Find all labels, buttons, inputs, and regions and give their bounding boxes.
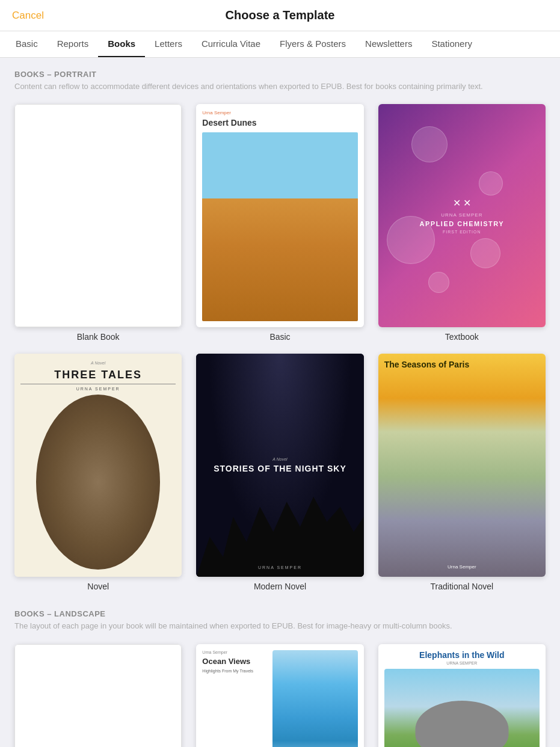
modern-author: URNA SEMPER	[196, 565, 363, 570]
bubble-2	[479, 171, 503, 195]
tab-letters[interactable]: Letters	[145, 31, 192, 57]
portrait-section-desc: Content can reflow to accommodate differ…	[14, 81, 546, 92]
bubble-4	[470, 238, 500, 268]
bubble-1	[411, 126, 448, 162]
bubble-5	[428, 272, 449, 293]
tab-reports[interactable]: Reports	[48, 31, 99, 57]
elephants-cover: Elephants in the Wild URNA SEMPER	[378, 644, 546, 747]
textbook-edition: First Edition	[420, 230, 505, 234]
traditional-author-box: Urna Semper	[378, 564, 546, 570]
blank-landscape-bg	[14, 644, 182, 747]
template-basic-landscape[interactable]: Urna Semper Ocean Views Highlights From …	[196, 644, 363, 747]
textbook-title: Applied Chemistry	[420, 220, 505, 227]
textbook-icon: ✕ ✕	[420, 197, 505, 209]
elephant-silhouette	[415, 701, 508, 747]
novel-cover-bg: A Novel THREE TALES URNA SEMPER	[14, 354, 182, 577]
content-area: BOOKS – PORTRAIT Content can reflow to a…	[0, 58, 560, 747]
traditional-author: Urna Semper	[378, 564, 546, 570]
novel-subtitle: A Novel	[91, 361, 105, 365]
modern-novel-cover-bg: A Novel STORIES OF THE NIGHT SKY URNA SE…	[196, 354, 363, 577]
template-textbook-portrait[interactable]: ✕ ✕ Urna Semper Applied Chemistry First …	[378, 104, 546, 342]
modern-subtitle: A Novel	[214, 457, 346, 461]
tab-flyers[interactable]: Flyers & Posters	[270, 31, 355, 57]
template-name-blank-book-portrait: Blank Book	[77, 332, 120, 342]
traditional-cover-bg: The Seasons of Paris Urna Semper	[378, 354, 546, 577]
template-novel-portrait[interactable]: A Novel THREE TALES URNA SEMPER Novel	[14, 354, 182, 591]
page-title: Choose a Template	[226, 8, 335, 22]
nav-tabs: Basic Reports Books Letters Curricula Vi…	[0, 31, 560, 58]
desert-title: Desert Dunes	[202, 118, 357, 128]
desert-image	[202, 132, 357, 321]
novel-author: URNA SEMPER	[76, 387, 120, 391]
ocean-desc: Highlights From My Travels	[202, 668, 267, 674]
elephants-author: URNA SEMPER	[384, 661, 540, 665]
tab-curricula[interactable]: Curricula Vitae	[192, 31, 270, 57]
textbook-cover-bg: ✕ ✕ Urna Semper Applied Chemistry First …	[378, 104, 546, 327]
template-name-basic-portrait: Basic	[269, 332, 290, 342]
header: Cancel Choose a Template	[0, 0, 560, 31]
desert-cover: Urna Semper Desert Dunes	[196, 104, 363, 327]
traditional-bg-image	[378, 354, 546, 577]
blank-landscape-cover	[14, 644, 182, 747]
template-name-modern-novel: Modern Novel	[254, 582, 306, 591]
template-modern-novel-portrait[interactable]: A Novel STORIES OF THE NIGHT SKY URNA SE…	[196, 354, 363, 591]
ocean-title: Ocean Views	[202, 657, 267, 666]
ocean-text-side: Urna Semper Ocean Views Highlights From …	[202, 650, 267, 747]
landscape-template-grid: Blank Book Urna Semper Ocean Views Highl…	[14, 644, 546, 747]
landscape-section-desc: The layout of each page in your book wil…	[14, 621, 546, 632]
traditional-title-box: The Seasons of Paris	[384, 360, 540, 370]
novel-cover: A Novel THREE TALES URNA SEMPER	[14, 354, 182, 577]
tab-books[interactable]: Books	[98, 31, 145, 57]
tab-stationery[interactable]: Stationery	[422, 31, 482, 57]
tab-newsletters[interactable]: Newsletters	[355, 31, 422, 57]
ocean-brand: Urna Semper	[202, 650, 267, 654]
ocean-cover: Urna Semper Ocean Views Highlights From …	[196, 644, 363, 747]
modern-content: A Novel STORIES OF THE NIGHT SKY	[214, 457, 346, 474]
desert-cover-bg: Urna Semper Desert Dunes	[196, 104, 363, 327]
blank-cover-bg	[14, 104, 182, 327]
template-basic-portrait[interactable]: Urna Semper Desert Dunes Basic	[196, 104, 363, 342]
template-blank-book-landscape[interactable]: Blank Book	[14, 644, 182, 747]
novel-nest-image	[36, 395, 161, 570]
traditional-title: The Seasons of Paris	[384, 360, 540, 370]
ocean-header: Urna Semper Ocean Views Highlights From …	[202, 650, 357, 747]
tab-basic[interactable]: Basic	[6, 31, 48, 57]
landscape-section-title: BOOKS – LANDSCAPE	[14, 609, 546, 618]
modern-novel-cover: A Novel STORIES OF THE NIGHT SKY URNA SE…	[196, 354, 363, 577]
novel-title: THREE TALES	[20, 369, 176, 384]
traditional-novel-cover: The Seasons of Paris Urna Semper	[378, 354, 546, 577]
elephants-cover-bg: Elephants in the Wild URNA SEMPER	[378, 644, 546, 747]
ocean-cover-bg: Urna Semper Ocean Views Highlights From …	[196, 644, 363, 747]
template-name-textbook: Textbook	[445, 332, 479, 342]
textbook-author: Urna Semper	[420, 212, 505, 218]
template-blank-book-portrait[interactable]: Blank Book	[14, 104, 182, 342]
textbook-content: ✕ ✕ Urna Semper Applied Chemistry First …	[420, 197, 505, 234]
desert-label: Urna Semper	[202, 110, 357, 115]
template-traditional-novel-portrait[interactable]: The Seasons of Paris Urna Semper Traditi…	[378, 354, 546, 591]
blank-book-cover	[14, 104, 182, 327]
template-report-landscape[interactable]: Elephants in the Wild URNA SEMPER Report	[378, 644, 546, 747]
ocean-image	[272, 650, 358, 747]
elephants-image	[384, 669, 540, 747]
modern-title: STORIES OF THE NIGHT SKY	[214, 464, 346, 474]
textbook-cover: ✕ ✕ Urna Semper Applied Chemistry First …	[378, 104, 546, 327]
portrait-section-title: BOOKS – PORTRAIT	[14, 70, 546, 79]
portrait-template-grid: Blank Book Urna Semper Desert Dunes Basi…	[14, 104, 546, 591]
template-name-traditional-novel: Traditional Novel	[431, 582, 494, 591]
template-name-novel: Novel	[87, 582, 109, 591]
cancel-button[interactable]: Cancel	[12, 10, 44, 22]
elephants-title: Elephants in the Wild	[384, 650, 540, 660]
